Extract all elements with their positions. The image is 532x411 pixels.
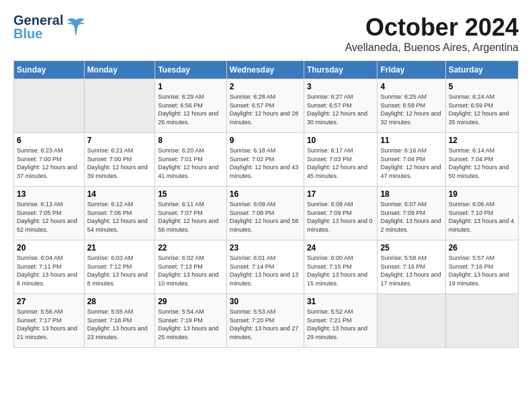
day-number: 2 [230,82,301,91]
day-number: 5 [449,82,515,91]
day-detail: Sunrise: 6:18 AMSunset: 7:02 PMDaylight:… [230,146,301,180]
day-number: 4 [380,82,442,91]
calendar-cell: 3 Sunrise: 6:27 AMSunset: 6:57 PMDayligh… [304,79,377,133]
day-number: 20 [17,243,81,253]
day-detail: Sunrise: 6:07 AMSunset: 7:09 PMDaylight:… [380,200,442,234]
week-row-5: 27 Sunrise: 5:56 AMSunset: 7:17 PMDaylig… [14,294,519,348]
day-detail: Sunrise: 6:23 AMSunset: 7:00 PMDaylight:… [17,146,81,180]
calendar-cell: 18 Sunrise: 6:07 AMSunset: 7:09 PMDaylig… [378,187,445,240]
day-number: 25 [380,243,442,253]
calendar-cell: 29 Sunrise: 5:54 AMSunset: 7:19 PMDaylig… [155,294,227,348]
logo-blue: Blue [13,27,63,40]
day-detail: Sunrise: 6:20 AMSunset: 7:01 PMDaylight:… [158,146,224,180]
calendar-cell [378,294,445,348]
logo-bird-icon [66,17,86,37]
day-number: 7 [87,136,152,145]
calendar-cell: 8 Sunrise: 6:20 AMSunset: 7:01 PMDayligh… [155,133,227,187]
day-number: 11 [380,136,442,145]
day-detail: Sunrise: 5:54 AMSunset: 7:19 PMDaylight:… [158,308,224,341]
calendar-cell: 28 Sunrise: 5:55 AMSunset: 7:18 PMDaylig… [84,294,155,348]
day-detail: Sunrise: 6:02 AMSunset: 7:13 PMDaylight:… [158,254,224,287]
logo-general: General [13,13,63,27]
day-detail: Sunrise: 6:00 AMSunset: 7:15 PMDaylight:… [307,254,374,287]
day-detail: Sunrise: 6:25 AMSunset: 6:58 PMDaylight:… [380,93,442,126]
calendar-table: Sunday Monday Tuesday Wednesday Thursday… [13,60,519,348]
day-detail: Sunrise: 6:21 AMSunset: 7:00 PMDaylight:… [87,146,152,180]
day-detail: Sunrise: 5:53 AMSunset: 7:20 PMDaylight:… [230,308,301,341]
calendar-cell: 19 Sunrise: 6:06 AMSunset: 7:10 PMDaylig… [445,187,518,240]
day-detail: Sunrise: 6:27 AMSunset: 6:57 PMDaylight:… [307,93,374,126]
day-detail: Sunrise: 5:52 AMSunset: 7:21 PMDaylight:… [307,308,374,341]
logo: General Blue [13,13,86,40]
day-number: 10 [307,136,374,145]
calendar-cell: 1 Sunrise: 6:29 AMSunset: 6:56 PMDayligh… [155,79,227,133]
header-sunday: Sunday [14,61,85,79]
day-detail: Sunrise: 6:28 AMSunset: 6:57 PMDaylight:… [230,93,301,126]
calendar-cell: 4 Sunrise: 6:25 AMSunset: 6:58 PMDayligh… [378,79,445,133]
day-detail: Sunrise: 6:17 AMSunset: 7:03 PMDaylight:… [307,146,374,180]
day-detail: Sunrise: 5:57 AMSunset: 7:16 PMDaylight:… [449,254,515,287]
day-detail: Sunrise: 6:11 AMSunset: 7:07 PMDaylight:… [158,200,224,234]
calendar-cell: 2 Sunrise: 6:28 AMSunset: 6:57 PMDayligh… [226,79,304,133]
header-monday: Monday [84,61,155,79]
location-subtitle: Avellaneda, Buenos Aires, Argentina [345,42,519,54]
calendar-cell: 13 Sunrise: 6:13 AMSunset: 7:05 PMDaylig… [14,187,85,240]
month-year-title: October 2024 [345,13,519,42]
day-number: 26 [449,243,515,253]
day-detail: Sunrise: 6:14 AMSunset: 7:04 PMDaylight:… [449,146,515,180]
calendar-cell: 9 Sunrise: 6:18 AMSunset: 7:02 PMDayligh… [226,133,304,187]
day-number: 12 [449,136,515,145]
calendar-cell: 16 Sunrise: 6:09 AMSunset: 7:08 PMDaylig… [226,187,304,240]
calendar-cell: 6 Sunrise: 6:23 AMSunset: 7:00 PMDayligh… [14,133,85,187]
day-number: 16 [230,189,301,199]
calendar-cell: 17 Sunrise: 6:08 AMSunset: 7:09 PMDaylig… [304,187,377,240]
header: General Blue October 2024 Avellaneda, Bu… [13,13,519,54]
calendar-cell: 26 Sunrise: 5:57 AMSunset: 7:16 PMDaylig… [445,240,518,294]
day-detail: Sunrise: 6:01 AMSunset: 7:14 PMDaylight:… [230,254,301,287]
day-detail: Sunrise: 5:55 AMSunset: 7:18 PMDaylight:… [87,308,152,341]
day-number: 28 [87,297,152,306]
title-section: October 2024 Avellaneda, Buenos Aires, A… [345,13,519,54]
calendar-cell: 20 Sunrise: 6:04 AMSunset: 7:11 PMDaylig… [14,240,85,294]
day-detail: Sunrise: 6:08 AMSunset: 7:09 PMDaylight:… [307,200,374,234]
day-number: 30 [230,297,301,306]
calendar-cell: 10 Sunrise: 6:17 AMSunset: 7:03 PMDaylig… [304,133,377,187]
day-number: 23 [230,243,301,253]
day-number: 14 [87,189,152,199]
calendar-cell: 31 Sunrise: 5:52 AMSunset: 7:21 PMDaylig… [304,294,377,348]
page-container: General Blue October 2024 Avellaneda, Bu… [13,13,519,348]
header-wednesday: Wednesday [226,61,304,79]
day-detail: Sunrise: 6:04 AMSunset: 7:11 PMDaylight:… [17,254,81,287]
calendar-cell: 24 Sunrise: 6:00 AMSunset: 7:15 PMDaylig… [304,240,377,294]
calendar-cell: 11 Sunrise: 6:16 AMSunset: 7:04 PMDaylig… [378,133,445,187]
calendar-cell: 14 Sunrise: 6:12 AMSunset: 7:06 PMDaylig… [84,187,155,240]
day-number: 29 [158,297,224,306]
header-tuesday: Tuesday [155,61,227,79]
day-number: 13 [17,189,81,199]
calendar-cell [14,79,85,133]
day-number: 19 [449,189,515,199]
day-number: 27 [17,297,81,306]
day-number: 3 [307,82,374,91]
day-detail: Sunrise: 6:12 AMSunset: 7:06 PMDaylight:… [87,200,152,234]
calendar-cell: 12 Sunrise: 6:14 AMSunset: 7:04 PMDaylig… [445,133,518,187]
calendar-cell: 22 Sunrise: 6:02 AMSunset: 7:13 PMDaylig… [155,240,227,294]
day-detail: Sunrise: 6:29 AMSunset: 6:56 PMDaylight:… [158,93,224,126]
day-detail: Sunrise: 6:16 AMSunset: 7:04 PMDaylight:… [380,146,442,180]
day-number: 17 [307,189,374,199]
day-number: 22 [158,243,224,253]
weekday-header-row: Sunday Monday Tuesday Wednesday Thursday… [14,61,519,79]
day-detail: Sunrise: 5:56 AMSunset: 7:17 PMDaylight:… [17,308,81,341]
calendar-cell: 23 Sunrise: 6:01 AMSunset: 7:14 PMDaylig… [226,240,304,294]
header-friday: Friday [378,61,445,79]
week-row-1: 1 Sunrise: 6:29 AMSunset: 6:56 PMDayligh… [14,79,519,133]
day-number: 21 [87,243,152,253]
day-number: 6 [17,136,81,145]
week-row-2: 6 Sunrise: 6:23 AMSunset: 7:00 PMDayligh… [14,133,519,187]
day-detail: Sunrise: 6:24 AMSunset: 6:59 PMDaylight:… [449,93,515,126]
calendar-cell: 27 Sunrise: 5:56 AMSunset: 7:17 PMDaylig… [14,294,85,348]
header-saturday: Saturday [445,61,518,79]
calendar-cell: 21 Sunrise: 6:03 AMSunset: 7:12 PMDaylig… [84,240,155,294]
day-number: 18 [380,189,442,199]
day-detail: Sunrise: 6:03 AMSunset: 7:12 PMDaylight:… [87,254,152,287]
